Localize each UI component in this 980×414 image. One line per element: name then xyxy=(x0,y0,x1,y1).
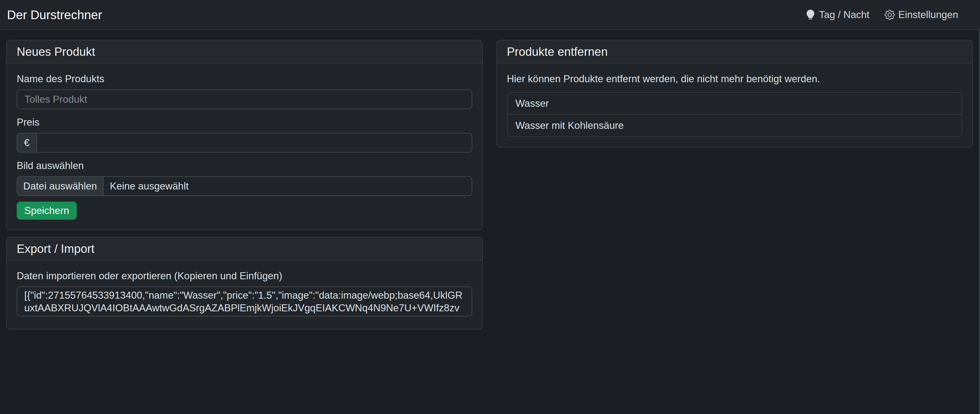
new-product-card-body: Name des Produkts Preis € Bild auswählen… xyxy=(7,63,482,230)
day-night-toggle[interactable]: Tag / Nacht xyxy=(798,9,877,21)
lightbulb-icon xyxy=(805,10,816,20)
export-import-card-body: Daten importieren oder exportieren (Kopi… xyxy=(7,260,482,329)
main-content: Neues Produkt Name des Produkts Preis € … xyxy=(0,30,980,330)
price-group: Preis € xyxy=(17,117,472,153)
gear-icon xyxy=(885,10,895,20)
image-label: Bild auswählen xyxy=(17,160,472,171)
settings-label: Einstellungen xyxy=(898,9,958,21)
settings-link[interactable]: Einstellungen xyxy=(877,9,966,21)
page-scrollbar[interactable] xyxy=(979,30,980,414)
new-product-card: Neues Produkt Name des Produkts Preis € … xyxy=(6,40,483,230)
remove-products-hint: Hier können Produkte entfernt werden, di… xyxy=(507,73,963,84)
price-input-group: € xyxy=(17,133,472,153)
day-night-label: Tag / Nacht xyxy=(819,9,870,21)
navbar-menu: Tag / Nacht Einstellungen xyxy=(798,9,966,21)
file-status-text: Keine ausgewählt xyxy=(103,177,195,196)
export-import-card: Export / Import Daten importieren oder e… xyxy=(6,237,483,330)
product-list: Wasser Wasser mit Kohlensäure xyxy=(507,92,963,137)
export-import-label: Daten importieren oder exportieren (Kopi… xyxy=(17,270,472,282)
file-choose-button[interactable]: Datei auswählen xyxy=(17,177,103,196)
left-column: Neues Produkt Name des Produkts Preis € … xyxy=(6,40,483,330)
price-input[interactable] xyxy=(37,133,472,153)
product-name-group: Name des Produkts xyxy=(17,73,472,109)
price-label: Preis xyxy=(17,117,472,128)
navbar: Der Durstrechner Tag / Nacht Einstellung… xyxy=(0,0,980,30)
product-list-item[interactable]: Wasser mit Kohlensäure xyxy=(508,115,962,136)
file-input[interactable]: Datei auswählen Keine ausgewählt xyxy=(17,176,472,196)
currency-prefix: € xyxy=(17,133,37,153)
image-group: Bild auswählen Datei auswählen Keine aus… xyxy=(17,160,472,196)
product-name-label: Name des Produkts xyxy=(17,73,472,84)
new-product-card-title: Neues Produkt xyxy=(7,40,482,63)
export-import-textarea[interactable]: [{"id":27155764533913400,"name":"Wasser"… xyxy=(17,287,472,317)
remove-products-card-title: Produkte entfernen xyxy=(497,40,972,63)
export-import-card-title: Export / Import xyxy=(7,237,482,260)
product-name-input[interactable] xyxy=(17,89,472,109)
save-button[interactable]: Speichern xyxy=(17,202,77,220)
product-list-item[interactable]: Wasser xyxy=(508,93,962,115)
app-title: Der Durstrechner xyxy=(7,9,102,21)
remove-products-card-body: Hier können Produkte entfernt werden, di… xyxy=(497,63,972,147)
remove-products-card: Produkte entfernen Hier können Produkte … xyxy=(496,40,973,147)
